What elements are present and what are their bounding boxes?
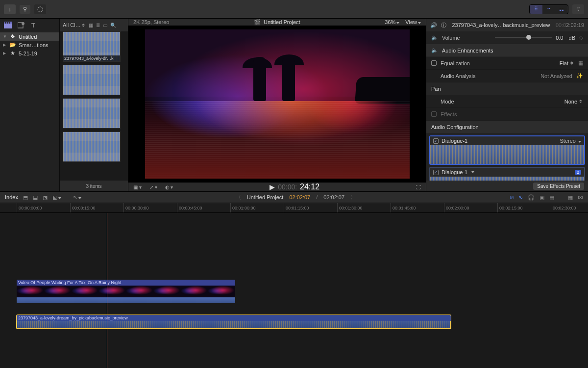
eq-preset-dropdown[interactable]: Flat <box>560 60 574 66</box>
audio-analysis-row: Audio Analysis Not Analyzed ✨ <box>426 70 588 82</box>
transitions-browser-icon[interactable]: ⋈ <box>578 194 583 201</box>
timeline-fwd-button[interactable]: 〉 <box>350 194 356 201</box>
insert-clip-icon[interactable]: ⬓ <box>33 194 38 201</box>
library-tab-clips[interactable] <box>4 22 12 28</box>
workspace-switcher[interactable]: ⠿ ⠒ ⚏ <box>529 4 568 14</box>
search-icon[interactable]: 🔍 <box>110 23 116 28</box>
snapping-icon[interactable]: ▣ <box>539 194 544 201</box>
timecode: 24:12 <box>300 183 319 191</box>
library-tab-titles[interactable]: T <box>31 22 38 28</box>
audio-component-2[interactable]: Dialogue-1 2 <box>429 167 585 181</box>
workspace-color-icon[interactable]: ⚏ <box>555 5 568 14</box>
titles-icon: T <box>31 22 38 28</box>
component-checkbox[interactable] <box>433 138 439 144</box>
fullscreen-button[interactable]: ⛶ <box>416 184 421 190</box>
connect-clip-icon[interactable]: ⬒ <box>23 194 28 201</box>
library-tabs: T <box>0 19 59 31</box>
magic-wand-icon[interactable]: ✨ <box>576 73 583 79</box>
timeline-ruler[interactable]: 00:00:00:00 00:00:15:00 00:00:30:00 00:0… <box>0 203 588 213</box>
import-button[interactable]: ↓ <box>4 4 16 14</box>
effects-row: Effects <box>426 108 588 121</box>
save-effects-preset-button[interactable]: Save Effects Preset <box>533 183 584 190</box>
clip-thumbnail[interactable] <box>63 65 121 95</box>
equalization-row: Equalization Flat ▦ <box>426 57 588 70</box>
component-checkbox[interactable] <box>433 170 439 175</box>
viewer: 2K 25p, Stereo 🎬 Untitled Project 36% Vi… <box>128 19 426 191</box>
workspace-all-icon[interactable]: ⠿ <box>530 5 542 14</box>
filter-label: All Cl… <box>63 22 81 28</box>
volume-slider[interactable] <box>495 37 552 38</box>
filmstrip-icon[interactable]: ▭ <box>103 23 107 28</box>
select-tool[interactable]: ↖ <box>73 194 81 201</box>
transform-menu[interactable]: ▣ ▾ <box>133 184 142 190</box>
timecode-prefix: 00:00: <box>278 183 297 191</box>
background-tasks-button[interactable]: ◯ <box>34 4 46 14</box>
timeline-back-button[interactable]: 〈 <box>236 194 241 201</box>
zoom-dropdown[interactable]: 36% <box>385 19 399 25</box>
chevron-down-icon <box>58 197 61 199</box>
ruler-tick: 00:02:30:00 <box>551 203 576 212</box>
skimming-icon[interactable]: ⎚ <box>510 194 514 201</box>
library-item-untitled[interactable]: ▼ ❖ Untitled <box>0 32 59 41</box>
component-waveform <box>430 145 584 164</box>
clapperboard-icon: 🎬 <box>254 19 261 26</box>
library-item-smart[interactable]: ▶ 📂 Smar…tions <box>0 41 59 49</box>
play-button[interactable]: ▶ <box>270 183 275 191</box>
library-item-date[interactable]: ▶ ★ 5-21-19 <box>0 49 59 57</box>
volume-row: 🔈 Volume 0.0 dB ◇ <box>426 31 588 44</box>
append-clip-icon[interactable]: ⬔ <box>43 194 48 201</box>
keyword-button[interactable]: ⚲ <box>20 5 30 14</box>
clip-thumbnail[interactable]: 23797043_a-lovely-dr…k <box>63 31 121 62</box>
library-item-label: 5-21-19 <box>19 51 37 56</box>
audio-tab-icon[interactable]: 🔊 <box>430 22 437 28</box>
list-view-icon[interactable]: ≣ <box>96 23 100 28</box>
timeline-right-tools: ⎚ ∿ 🎧 ▣ ▤ ▦ ⋈ <box>510 194 583 201</box>
eq-checkbox[interactable] <box>431 60 437 66</box>
solo-icon[interactable]: 🎧 <box>528 194 535 201</box>
library-tab-media[interactable] <box>18 22 25 28</box>
volume-speaker-icon: 🔈 <box>431 34 438 41</box>
timeline-project-title: Untitled Project <box>247 194 284 200</box>
component-role-dropdown[interactable]: Stereo <box>560 138 581 144</box>
timeline-audio-clip[interactable]: 23797043_a-lovely-dream_by_pickabackmusi… <box>17 315 451 329</box>
info-tab-icon[interactable]: ⓘ <box>441 22 446 29</box>
audio-enhancements-header[interactable]: 🔈 Audio Enhancements <box>426 44 588 57</box>
volume-value[interactable]: 0.0 dB <box>556 35 575 41</box>
crop-menu[interactable]: ⤢ ▾ <box>149 184 157 190</box>
grid-view-icon[interactable]: ▦ <box>89 23 93 28</box>
viewer-canvas[interactable] <box>145 29 410 179</box>
retime-menu[interactable]: ◐ ▾ <box>165 184 173 190</box>
browser-toolbar: All Cl… ▦ ≣ ▭ 🔍 <box>60 19 128 31</box>
event-icon: ★ <box>9 50 16 56</box>
download-icon: ↓ <box>8 6 11 12</box>
workspace-dual-icon[interactable]: ⠒ <box>542 5 555 14</box>
svg-text:T: T <box>31 22 35 28</box>
scene-person <box>282 57 295 101</box>
speaker-icon: 🔈 <box>431 47 438 53</box>
media-icon <box>18 22 25 28</box>
pan-mode-dropdown[interactable]: None <box>564 99 583 105</box>
disclosure-icon: ▼ <box>3 34 7 39</box>
clip-thumbnail[interactable] <box>63 131 121 162</box>
timeline[interactable]: Video Of People Waiting For A Taxi On A … <box>0 213 588 368</box>
clip-thumbnail[interactable] <box>63 98 121 129</box>
lane-icon[interactable]: ▤ <box>549 194 554 201</box>
component-name: Dialogue-1 <box>441 169 467 175</box>
clip-title: Video Of People Waiting For A Taxi On A … <box>17 280 235 286</box>
audio-skimming-icon[interactable]: ∿ <box>518 194 523 201</box>
share-button[interactable]: ⇧ <box>572 4 584 14</box>
timeline-index-button[interactable]: Index <box>5 194 18 200</box>
effects-checkbox[interactable] <box>431 111 437 117</box>
overwrite-clip-icon[interactable]: ⬕ <box>52 194 61 201</box>
view-menu[interactable]: View <box>405 19 421 25</box>
eq-editor-icon[interactable]: ▦ <box>578 60 583 66</box>
effects-browser-icon[interactable]: ▦ <box>568 194 573 201</box>
timeline-video-clip[interactable]: Video Of People Waiting For A Taxi On A … <box>17 280 235 303</box>
keyframe-icon[interactable]: ◇ <box>579 34 583 41</box>
disclosure-icon: ▶ <box>3 43 7 47</box>
browser-filter-dropdown[interactable]: All Cl… <box>63 22 86 28</box>
browser-body[interactable]: 23797043_a-lovely-dr…k <box>60 31 128 181</box>
audio-component-1[interactable]: Dialogue-1 Stereo <box>429 135 585 165</box>
playhead[interactable] <box>107 213 107 368</box>
folder-icon: 📂 <box>9 42 16 48</box>
